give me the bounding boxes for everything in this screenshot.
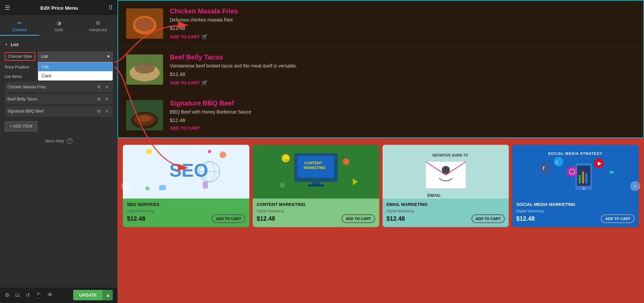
svg-text:f: f	[543, 166, 545, 171]
duplicate-icon-0[interactable]: ⧉	[96, 84, 102, 90]
panel-title: Edit Price Menu	[40, 5, 78, 11]
svg-text:in: in	[610, 170, 614, 174]
right-panel: Chicken Masala Fries Delicious chicken m…	[117, 0, 644, 303]
svg-point-37	[343, 158, 349, 165]
add-to-cart-0[interactable]: ADD TO CART 🛒	[170, 34, 635, 40]
carousel-next-button[interactable]: ›	[630, 181, 640, 191]
card-title-social: SOCIAL MEDIA MARKETING	[516, 202, 635, 207]
tab-content[interactable]: ✏ Content	[0, 16, 39, 36]
layers-icon[interactable]: 🗂	[15, 292, 20, 298]
add-item-button[interactable]: + ADD ITEM	[5, 121, 37, 131]
card-body-email: EMAIL MARKETING Digital Marketing $12.48…	[383, 199, 509, 227]
svg-text:EMAIL: EMAIL	[427, 193, 441, 198]
menu-item-img-0	[126, 8, 163, 39]
hamburger-icon[interactable]: ☰	[5, 4, 10, 11]
svg-text:SOCIAL MEDIA STRATEGY: SOCIAL MEDIA STRATEGY	[548, 152, 603, 156]
menu-item-img-1	[126, 54, 163, 85]
add-to-cart-2[interactable]: ADD TO CART	[170, 126, 635, 131]
list-item-name-0: Chicken Masala Fries	[7, 85, 94, 89]
svg-point-38	[280, 182, 285, 188]
card-email: DEFINITIVE GUIDE TO EMAIL EMAIL MARKETIN…	[383, 145, 509, 227]
bottom-toolbar: ⚙ 🗂 ↺ 📱 👁 UPDATE ▲	[0, 287, 117, 303]
grid-icon[interactable]: ⠿	[108, 4, 113, 11]
style-tab-icon: ◑	[56, 20, 61, 26]
svg-rect-61	[586, 173, 588, 183]
svg-text:💡: 💡	[284, 156, 289, 161]
card-title-content: CONTENT MARKETING	[257, 202, 375, 207]
dropdown-option-list[interactable]: List	[38, 62, 112, 71]
card-price-email: $12.48	[387, 215, 405, 222]
card-price-row-email: $12.48 ADD TO CART	[387, 214, 505, 223]
delete-icon-0[interactable]: ✕	[104, 84, 110, 90]
svg-text:CONTENT: CONTENT	[304, 161, 322, 165]
card-add-btn-social[interactable]: ADD TO CART	[601, 214, 635, 223]
card-title-seo: SEO SERVICES	[127, 202, 245, 207]
menu-item-info-0: Chicken Masala Fries Delicious chicken m…	[170, 7, 635, 40]
list-item-chicken: Chicken Masala Fries ⧉ ✕	[5, 82, 113, 92]
update-arrow-button[interactable]: ▲	[103, 290, 113, 300]
tab-advanced[interactable]: ⚙ Advanced	[78, 16, 117, 36]
list-section-label: List	[11, 42, 18, 47]
choose-style-row: Choose Style List ▾ List Card	[0, 50, 117, 63]
select-chevron-icon: ▾	[107, 54, 110, 59]
card-add-btn-content[interactable]: ADD TO CART	[342, 214, 375, 223]
cards-grid: SEO	[123, 145, 639, 227]
card-add-btn-seo[interactable]: ADD TO CART	[212, 214, 245, 223]
card-body-seo: SEO SERVICES Digital Marketing $12.48 AD…	[123, 199, 249, 227]
menu-item-price-1: $12.48	[170, 71, 635, 77]
list-item-bbq-beef: Signature BBQ Beef ⧉ ✕	[5, 106, 113, 117]
delete-icon-1[interactable]: ✕	[104, 96, 110, 102]
tab-style[interactable]: ◑ Style	[39, 16, 79, 36]
card-img-content: CONTENT MARKETING 💡	[253, 145, 379, 199]
need-help: Need Help ?	[0, 135, 117, 147]
svg-rect-60	[582, 172, 584, 183]
preview-icon[interactable]: 👁	[47, 292, 53, 298]
history-icon[interactable]: ↺	[26, 292, 30, 298]
dropdown-option-card[interactable]: Card	[38, 71, 112, 80]
svg-point-47	[539, 162, 551, 174]
price-position-label: Price Position	[5, 65, 38, 70]
card-price-content: $12.48	[257, 215, 275, 222]
svg-point-16	[138, 115, 151, 122]
card-body-social: SOCIAL MEDIA MARKETING Digital Marketing…	[512, 199, 639, 227]
svg-point-21	[145, 186, 149, 190]
svg-point-20	[219, 152, 226, 158]
svg-rect-34	[307, 184, 324, 186]
svg-rect-23	[203, 182, 208, 188]
list-section-header[interactable]: ▼ List	[0, 39, 117, 50]
update-group: UPDATE ▲	[73, 290, 113, 300]
svg-point-49	[554, 157, 563, 166]
card-category-email: Digital Marketing	[387, 209, 505, 213]
svg-rect-22	[159, 185, 166, 190]
svg-point-24	[208, 150, 211, 153]
duplicate-icon-1[interactable]: ⧉	[96, 96, 102, 102]
menu-item-0: Chicken Masala Fries Delicious chicken m…	[118, 1, 643, 47]
help-icon[interactable]: ?	[66, 138, 72, 144]
update-button[interactable]: UPDATE	[73, 290, 103, 300]
card-category-content: Digital Marketing	[257, 209, 375, 213]
card-social: SOCIAL MEDIA STRATEGY f t in	[512, 145, 639, 227]
card-seo: SEO	[123, 145, 249, 227]
card-add-btn-email[interactable]: ADD TO CART	[472, 214, 505, 223]
menu-item-desc-1: Vientamese beef brisket tacos and the me…	[170, 63, 635, 69]
card-price-row-social: $12.48 ADD TO CART	[516, 214, 635, 223]
card-category-social: Digital Marketing	[516, 209, 635, 213]
svg-point-2	[135, 18, 154, 31]
delete-icon-2[interactable]: ✕	[104, 108, 110, 115]
duplicate-icon-2[interactable]: ⧉	[96, 108, 102, 115]
advanced-tab-icon: ⚙	[96, 20, 100, 26]
card-body-content: CONTENT MARKETING Digital Marketing $12.…	[253, 199, 379, 227]
responsive-icon[interactable]: 📱	[35, 292, 42, 298]
menu-item-title-2: Signature BBQ Beef	[170, 99, 635, 107]
content-tab-icon: ✏	[17, 20, 22, 26]
card-section: SEO	[117, 138, 644, 303]
carousel-prev-button[interactable]: ‹	[121, 181, 131, 191]
top-bar: ☰ Edit Price Menu ⠿	[0, 0, 117, 16]
svg-text:SEO: SEO	[169, 160, 208, 181]
style-select-box[interactable]: List ▾	[38, 52, 113, 61]
section-arrow-icon: ▼	[5, 43, 8, 46]
settings-icon[interactable]: ⚙	[5, 292, 9, 298]
add-to-cart-1[interactable]: ADD TO CART 🛒	[170, 80, 635, 86]
svg-point-44	[442, 166, 450, 174]
menu-item-title-0: Chicken Masala Fries	[170, 7, 635, 15]
